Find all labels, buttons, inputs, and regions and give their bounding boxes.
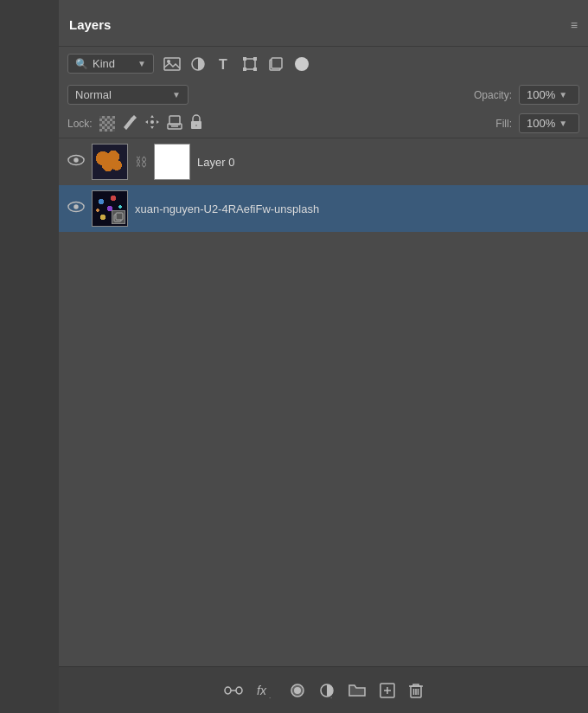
blend-mode-value: Normal <box>75 88 112 101</box>
lock-transparent-pixels-icon[interactable] <box>99 116 115 132</box>
add-layer-mask-button[interactable] <box>290 683 305 698</box>
panel-menu-icon[interactable]: ≡ <box>571 18 578 32</box>
kind-dropdown[interactable]: 🔍 Kind ▼ <box>67 54 154 74</box>
svg-rect-0 <box>164 58 180 70</box>
svg-rect-5 <box>243 57 246 61</box>
svg-point-24 <box>74 204 78 209</box>
svg-point-20 <box>195 125 197 127</box>
svg-marker-13 <box>145 120 148 124</box>
link-layers-button[interactable] <box>224 684 243 697</box>
create-group-button[interactable] <box>348 684 366 697</box>
svg-rect-8 <box>253 67 257 71</box>
lock-position-icon[interactable] <box>144 114 160 132</box>
kind-label: Kind <box>93 57 115 70</box>
delete-layer-button[interactable] <box>409 683 423 698</box>
lock-artboard-icon[interactable] <box>167 114 182 132</box>
lock-label: Lock: <box>67 118 93 130</box>
search-icon-small: 🔍 <box>75 58 88 70</box>
layer-item[interactable]: ⛓ Layer 0 <box>59 138 588 185</box>
svg-text:fx: fx <box>257 684 267 697</box>
shape-filter-icon[interactable] <box>240 55 259 74</box>
svg-marker-11 <box>150 115 154 118</box>
svg-text:.: . <box>330 692 332 698</box>
svg-rect-7 <box>243 67 246 71</box>
left-sidebar-strip <box>0 0 59 713</box>
panel-title: Layers <box>69 17 111 32</box>
svg-point-15 <box>150 120 154 124</box>
layer-thumbnail <box>92 190 128 227</box>
circle-solid <box>295 57 309 71</box>
fill-control[interactable]: 100% ▼ <box>519 113 579 133</box>
create-new-layer-button[interactable] <box>380 683 395 698</box>
smart-object-filter-icon[interactable] <box>266 55 285 74</box>
svg-rect-26 <box>116 213 123 220</box>
blend-mode-dropdown[interactable]: Normal ▼ <box>67 85 189 105</box>
layer-chain-icon: ⛓ <box>135 155 147 169</box>
layer-item[interactable]: xuan-nguyen-U2-4RAefiFw-unsplash <box>59 185 588 232</box>
panel-header: Layers ≡ <box>59 0 588 47</box>
kind-arrow: ▼ <box>137 59 146 68</box>
panel-wrapper: Layers ≡ 🔍 Kind ▼ <box>0 0 588 713</box>
layer-thumb-image <box>93 145 127 179</box>
opacity-control[interactable]: 100% ▼ <box>519 85 579 105</box>
toolbar-icons: T <box>163 55 311 74</box>
svg-rect-6 <box>253 57 257 61</box>
svg-point-32 <box>294 687 301 694</box>
add-layer-style-button[interactable]: fx . <box>257 683 276 698</box>
fill-value: 100% <box>527 117 555 130</box>
layer-visibility-toggle[interactable] <box>67 154 85 170</box>
svg-rect-27 <box>225 687 231 694</box>
toolbar-row1: 🔍 Kind ▼ <box>59 47 588 80</box>
fill-arrow: ▼ <box>559 119 567 128</box>
layer-visibility-toggle[interactable] <box>67 201 85 216</box>
lock-all-icon[interactable] <box>189 114 203 132</box>
svg-marker-12 <box>150 126 154 129</box>
svg-rect-28 <box>236 687 242 694</box>
fill-label: Fill: <box>495 118 512 130</box>
pixel-filter-icon[interactable] <box>292 55 311 74</box>
layers-panel: Layers ≡ 🔍 Kind ▼ <box>59 0 588 713</box>
layers-list: ⛓ Layer 0 <box>59 138 588 666</box>
smart-object-badge <box>112 210 125 224</box>
opacity-label: Opacity: <box>474 89 512 101</box>
image-filter-icon[interactable] <box>163 55 182 74</box>
svg-point-22 <box>74 157 78 162</box>
bottom-toolbar: fx . . <box>59 666 588 713</box>
layer-thumbnail <box>92 144 128 180</box>
lock-icons <box>99 114 203 133</box>
svg-text:.: . <box>269 692 271 698</box>
blend-mode-arrow: ▼ <box>172 90 181 100</box>
type-filter-icon[interactable]: T <box>214 55 233 74</box>
add-fill-adjustment-button[interactable]: . <box>319 683 335 698</box>
svg-text:T: T <box>219 57 227 72</box>
opacity-value: 100% <box>527 88 555 101</box>
layer-name: Layer 0 <box>197 156 579 169</box>
toolbar-row3: Lock: <box>59 109 588 138</box>
layer-mask-white <box>155 145 186 176</box>
toolbar-row2: Normal ▼ Opacity: 100% ▼ <box>59 80 588 109</box>
svg-rect-10 <box>272 58 282 68</box>
layer-mask-thumbnail <box>154 144 190 180</box>
adjustment-filter-icon[interactable] <box>189 55 208 74</box>
opacity-arrow: ▼ <box>559 90 567 100</box>
lock-image-pixels-icon[interactable] <box>122 114 137 133</box>
layer-name: xuan-nguyen-U2-4RAefiFw-unsplash <box>135 202 579 215</box>
svg-marker-14 <box>157 120 159 124</box>
